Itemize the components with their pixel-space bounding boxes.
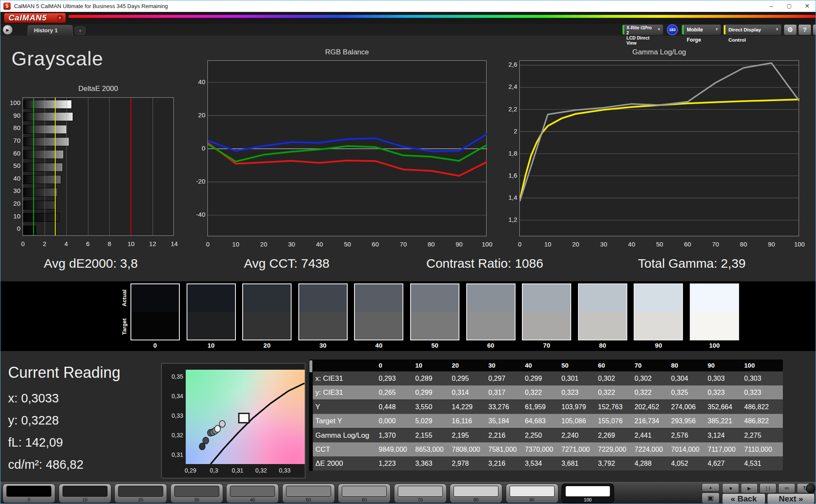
table-row: Gamma Log/Log1,3702,1552,1952,2162,2502,… — [313, 428, 783, 442]
pattern-level-button[interactable]: 40 — [226, 484, 279, 503]
help-button[interactable]: ? — [798, 24, 811, 35]
grayscale-swatch — [354, 283, 403, 340]
table-header-cell: 30 — [488, 360, 525, 371]
source-dropdown[interactable]: Mobile Forge ▼ — [681, 24, 721, 35]
collapse-panel-button[interactable]: ◀ — [813, 24, 816, 35]
gamma-chart: 2,62,42,221,81,61,41,2010203040506070809… — [519, 60, 799, 236]
table-cell: 0,448 — [379, 400, 415, 414]
table-cell: 0,303 — [708, 371, 744, 385]
table-cell: 5,029 — [415, 414, 452, 428]
avg-cct-stat: Avg CCT: 7438 — [244, 256, 329, 271]
deltae-x-tick-label: 10 — [122, 240, 139, 247]
rgb-plot-x-tick-label: 20 — [255, 241, 272, 248]
pattern-level-button[interactable]: 10 — [59, 484, 111, 503]
table-cell: 2,269 — [598, 428, 635, 442]
pattern-window-button[interactable]: ▣ — [702, 493, 720, 504]
next-button[interactable]: Next » — [767, 493, 815, 504]
pattern-level-button[interactable]: 30 — [170, 484, 223, 503]
current-reading-cdm2: cd/m²: 486,82 — [8, 458, 83, 472]
grayscale-swatch — [242, 283, 292, 340]
expand-controls-button[interactable]: ▲ — [702, 483, 720, 492]
add-tab-button[interactable]: + — [75, 26, 85, 35]
display-control-dropdown[interactable]: Direct Display Control ▼ — [723, 24, 782, 35]
table-cell: 202,452 — [635, 400, 671, 414]
rgb-plot-x-tick-label: 30 — [283, 241, 300, 248]
pattern-level-button[interactable]: 20 — [114, 484, 167, 503]
pattern-level-button[interactable]: 100 — [561, 484, 614, 503]
swatch-target — [691, 312, 738, 340]
calman-logo[interactable]: CalMAN5 ▼ — [4, 13, 66, 23]
gridline — [109, 98, 110, 235]
tab-history-1[interactable]: History 1 — [28, 25, 73, 36]
stop-button[interactable]: ■ — [722, 483, 739, 493]
gamma-plot-x-tick-label: 70 — [707, 241, 724, 248]
logo-dropdown-icon[interactable]: ▼ — [57, 15, 63, 21]
back-button[interactable]: « Back — [722, 493, 765, 504]
deltae-x-tick-label: 14 — [166, 240, 183, 247]
cie-y-tick-label: 0,35 — [167, 373, 183, 380]
table-row-label: Gamma Log/Log — [313, 428, 379, 442]
grayscale-swatch — [187, 283, 236, 340]
rgb-plot-x-tick-label: 100 — [479, 241, 496, 248]
table-cell: 0,265 — [379, 385, 415, 399]
deltae-x-tick-label: 0 — [14, 240, 31, 247]
deltae-chart: 100908070605040302010002468101214 — [23, 97, 174, 236]
cie-x-tick-label: 0,3 — [206, 467, 223, 474]
continuous-measure-button[interactable]: ∞ — [778, 483, 795, 493]
deltae-bar — [23, 163, 63, 172]
table-cell: 0,000 — [379, 414, 415, 428]
pattern-level-button[interactable]: 60 — [338, 484, 391, 503]
gamma-plot-y-tick-label: 2,2 — [499, 105, 517, 113]
meter-dropdown[interactable]: X-Rite i1Pro 2 LCD Direct View ▼ — [622, 24, 663, 35]
deltae-bar — [23, 188, 58, 197]
rgb-plot-y-tick-label: 40 — [187, 78, 205, 85]
single-measure-button[interactable]: [·] — [759, 483, 776, 493]
pattern-chip — [510, 486, 555, 497]
gridline — [88, 98, 88, 235]
grayscale-swatch — [522, 283, 571, 340]
table-header-cell: 100 — [744, 360, 781, 371]
grayscale-swatch — [298, 283, 348, 340]
table-cell: 216,734 — [635, 414, 671, 428]
table-cell: 0,314 — [452, 385, 488, 399]
table-scrollbar[interactable] — [309, 360, 313, 471]
minimize-button[interactable]: – — [763, 0, 780, 11]
table-cell: 3,216 — [488, 456, 525, 470]
table-header-cell: 80 — [671, 360, 708, 371]
tab-scroll-button[interactable]: ▶ — [3, 25, 13, 35]
table-row: Target Y0,0005,02916,11635,18464,683105,… — [313, 414, 783, 428]
calman-logo-label: CalMAN5 — [8, 13, 47, 22]
current-reading-x: x: 0,3033 — [8, 391, 59, 405]
current-reading-y: y: 0,3228 — [8, 413, 59, 428]
table-cell: 35,184 — [488, 414, 525, 428]
swatch-actual — [299, 284, 347, 312]
grayscale-swatch — [130, 283, 180, 340]
settings-button[interactable]: ⚙ — [784, 24, 797, 35]
pattern-level-button[interactable]: 50 — [282, 484, 335, 503]
table-cell: 7224,000 — [635, 442, 671, 456]
table-cell: 7014,000 — [671, 442, 708, 456]
pattern-chip — [342, 486, 387, 497]
maximize-button[interactable]: ▢ — [781, 0, 798, 11]
pattern-level-button[interactable]: 90 — [506, 484, 558, 503]
pattern-level-button[interactable]: 70 — [394, 484, 447, 503]
avg-de2000-stat: Avg dE2000: 3,8 — [44, 256, 138, 271]
gamma-plot-x-tick-label: 20 — [567, 241, 584, 248]
pattern-chip-label: 0 — [3, 497, 55, 502]
gamma-plot-y-tick-label: 1,8 — [499, 150, 517, 157]
table-row: Y0,4483,55014,22933,27661,959103,979152,… — [313, 400, 783, 414]
deltae-y-tick-label: 10 — [3, 212, 20, 220]
swatch-level-label: 70 — [522, 342, 571, 349]
table-row-label: x: CIE31 — [313, 371, 379, 385]
table-cell: 7229,000 — [598, 442, 635, 456]
pattern-level-button[interactable]: 0 — [3, 484, 55, 503]
pattern-chip-label: 100 — [562, 497, 614, 502]
play-button[interactable]: ▶ — [741, 483, 758, 493]
pattern-chip — [62, 486, 108, 497]
table-cell: 2,275 — [744, 428, 781, 442]
swatch-target — [131, 312, 179, 340]
gamma-plot-y-tick-label: 2 — [499, 127, 517, 135]
table-scrollbar-thumb[interactable] — [309, 360, 312, 372]
close-button[interactable]: ✕ — [799, 0, 816, 11]
pattern-level-button[interactable]: 80 — [450, 484, 502, 503]
